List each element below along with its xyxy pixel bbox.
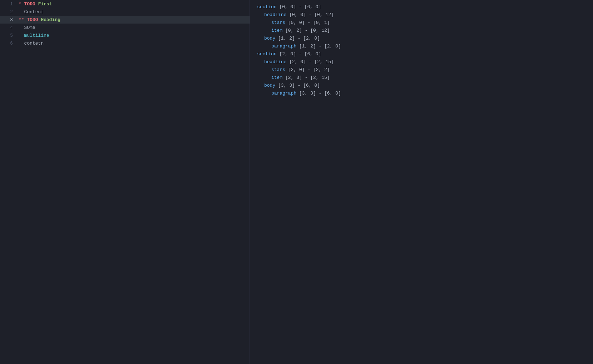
tree-node-stars-0: stars [0, 0] - [0, 1] [250, 19, 593, 26]
line-content-3: ** TODO Heading [19, 17, 60, 22]
right-tree-panel: section [0, 0] - [6, 0] headline [0, 0] … [250, 0, 593, 364]
node-coords: [1, 2] - [2, 0] [275, 36, 320, 41]
editor-line-2: 2 Content [0, 8, 250, 16]
node-label: section [257, 51, 277, 57]
node-label: headline [264, 12, 286, 17]
tree-node-paragraph-1: paragraph [1, 2] - [2, 0] [250, 42, 593, 50]
line-number-2: 2 [3, 9, 13, 15]
node-label: stars [271, 20, 285, 25]
normal-token-6: contetn [19, 41, 44, 46]
node-label: stars [271, 67, 285, 72]
node-label: body [264, 36, 275, 41]
tree-node-headline-2: headline [2, 0] - [2, 15] [250, 58, 593, 66]
left-editor-panel[interactable]: 1 * TODO First 2 Content 3 ** TODO Headi… [0, 0, 250, 364]
line-number-3: 3 [3, 17, 13, 22]
line-content-2: Content [19, 9, 44, 15]
node-label: item [271, 75, 282, 80]
node-coords: [1, 2] - [2, 0] [296, 44, 341, 49]
line-number-5: 5 [3, 33, 13, 38]
node-coords: [0, 0] - [6, 0] [277, 4, 321, 10]
node-coords: [2, 0] - [2, 15] [286, 59, 334, 65]
node-label: paragraph [271, 44, 296, 49]
line-content-4: SOme [19, 25, 35, 30]
node-label: paragraph [271, 91, 296, 96]
heading-token-3: Heading [38, 17, 60, 22]
node-coords: [0, 0] - [0, 12] [286, 12, 334, 17]
tree-node-section-0: section [0, 0] - [6, 0] [250, 3, 593, 11]
node-coords: [2, 3] - [2, 15] [282, 75, 330, 80]
node-label: item [271, 28, 282, 33]
node-label: body [264, 83, 275, 88]
tree-node-body-1: body [1, 2] - [2, 0] [250, 34, 593, 42]
editor-line-1: 1 * TODO First [0, 0, 250, 8]
node-coords: [0, 2] - [0, 12] [282, 28, 330, 33]
tree-node-paragraph-3: paragraph [3, 3] - [6, 0] [250, 89, 593, 97]
heading-token: First [35, 1, 52, 7]
tree-node-section-2: section [2, 0] - [6, 0] [250, 50, 593, 58]
node-coords: [3, 3] - [6, 0] [296, 91, 341, 96]
line-content-6: contetn [19, 41, 44, 46]
tree-node-headline-0: headline [0, 0] - [0, 12] [250, 11, 593, 19]
editor-line-6: 6 contetn [0, 39, 250, 47]
editor-line-4: 4 SOme [0, 24, 250, 31]
tree-node-body-3: body [3, 3] - [6, 0] [250, 81, 593, 89]
line-number-6: 6 [3, 41, 13, 46]
line-content-5: multiline [19, 33, 49, 38]
stars-token: * [19, 1, 24, 7]
node-label: headline [264, 59, 286, 65]
node-coords: [2, 0] - [2, 2] [285, 67, 330, 72]
todo-token: TODO [24, 1, 35, 7]
multiline-token: multiline [19, 33, 49, 38]
node-coords: [3, 3] - [6, 0] [275, 83, 320, 88]
tree-node-item-2: item [2, 3] - [2, 15] [250, 74, 593, 81]
tree-node-stars-2: stars [2, 0] - [2, 2] [250, 66, 593, 74]
node-coords: [0, 0] - [0, 1] [285, 20, 330, 25]
normal-token: Content [19, 9, 44, 15]
line-number-1: 1 [3, 1, 13, 7]
node-coords: [2, 0] - [6, 0] [277, 51, 321, 57]
line-number-4: 4 [3, 25, 13, 30]
tree-node-item-0: item [0, 2] - [0, 12] [250, 26, 593, 34]
line-content-1: * TODO First [19, 1, 52, 7]
stars-token-3: ** [19, 17, 27, 22]
editor-line-5: 5 multiline [0, 31, 250, 39]
editor-line-3: 3 ** TODO Heading [0, 16, 250, 24]
todo-token-3: TODO [27, 17, 38, 22]
normal-token-4: SOme [19, 25, 35, 30]
node-label: section [257, 4, 277, 10]
